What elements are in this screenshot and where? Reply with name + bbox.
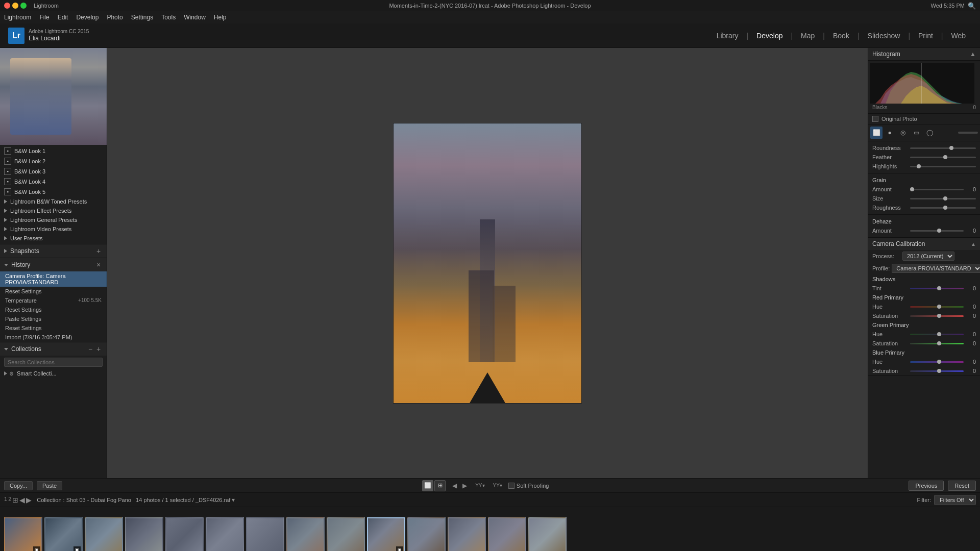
- grain-size-slider[interactable]: [910, 198, 976, 199]
- tab-book[interactable]: Book: [827, 30, 855, 42]
- redeye-tool[interactable]: ◎: [897, 127, 909, 139]
- menu-photo[interactable]: Photo: [107, 14, 122, 21]
- page-2[interactable]: 2: [8, 496, 11, 504]
- histogram-collapse-icon[interactable]: ▲: [970, 51, 976, 58]
- close-window-button[interactable]: [4, 3, 10, 9]
- film-thumb-12[interactable]: [448, 517, 486, 552]
- shadows-tint-thumb[interactable]: [937, 286, 941, 290]
- camera-calibration-header[interactable]: Camera Calibration ▲: [868, 238, 980, 250]
- grain-roughness-thumb[interactable]: [943, 206, 947, 210]
- menu-help[interactable]: Help: [214, 14, 227, 21]
- page-1[interactable]: 1: [4, 496, 7, 504]
- red-hue-slider[interactable]: [910, 306, 964, 308]
- film-thumb-4[interactable]: [125, 517, 163, 552]
- camera-calibration-toggle[interactable]: ▲: [971, 241, 976, 247]
- highlights-thumb[interactable]: [917, 164, 921, 168]
- film-thumb-7[interactable]: [246, 517, 284, 552]
- film-thumb-5[interactable]: [165, 517, 204, 552]
- shadows-tint-slider[interactable]: [910, 288, 964, 289]
- history-item-1[interactable]: Reset Settings: [0, 287, 107, 296]
- film-thumb-9[interactable]: [327, 517, 365, 552]
- menu-file[interactable]: File: [39, 14, 49, 21]
- preset-group-effect[interactable]: Lightroom Effect Presets: [0, 206, 107, 215]
- nav-left-icon[interactable]: ◀: [19, 496, 25, 504]
- blue-hue-slider[interactable]: [910, 361, 964, 363]
- history-item-2[interactable]: Temperature +100 5.5K: [0, 296, 107, 305]
- preset-bw3[interactable]: ▪ B&W Look 3: [0, 166, 107, 177]
- tools-opacity-slider[interactable]: [958, 132, 978, 134]
- collection-search-input[interactable]: [4, 358, 103, 367]
- grain-size-thumb[interactable]: [943, 196, 947, 201]
- menu-tools[interactable]: Tools: [161, 14, 176, 21]
- highlights-slider[interactable]: [910, 166, 976, 167]
- grain-amount-thumb[interactable]: [910, 187, 914, 191]
- dehaze-amount-slider[interactable]: [910, 230, 964, 232]
- film-thumb-3[interactable]: [85, 517, 123, 552]
- filter-select[interactable]: Filters Off: [934, 495, 976, 505]
- history-item-0[interactable]: Camera Profile: Camera PROVIA/STANDARD: [0, 271, 107, 287]
- nav-right-icon[interactable]: ▶: [26, 496, 32, 504]
- feather-slider[interactable]: [910, 157, 976, 158]
- snapshots-add-button[interactable]: +: [94, 247, 103, 255]
- tab-develop[interactable]: Develop: [750, 30, 789, 42]
- green-hue-thumb[interactable]: [937, 332, 941, 336]
- red-hue-thumb[interactable]: [937, 305, 941, 309]
- tab-map[interactable]: Map: [795, 30, 821, 42]
- film-thumb-14[interactable]: [528, 517, 567, 552]
- view-options-2[interactable]: YY▾: [493, 483, 502, 488]
- collection-smart[interactable]: ⚙ Smart Collecti...: [0, 369, 107, 378]
- green-sat-slider[interactable]: [910, 343, 964, 344]
- forward-arrow[interactable]: ▶: [460, 481, 469, 490]
- radial-filter-tool[interactable]: ◯: [923, 127, 936, 139]
- preset-group-bw-toned[interactable]: Lightroom B&W Toned Presets: [0, 197, 107, 206]
- collections-header[interactable]: Collections − +: [0, 342, 107, 356]
- blue-sat-slider[interactable]: [910, 370, 964, 372]
- grid-icon[interactable]: ⊞: [12, 496, 18, 504]
- preset-group-video[interactable]: Lightroom Video Presets: [0, 224, 107, 234]
- minimize-window-button[interactable]: [12, 3, 18, 9]
- history-close-button[interactable]: ×: [94, 261, 103, 269]
- grain-amount-slider[interactable]: [910, 189, 964, 190]
- loupe-view-button[interactable]: ⬜: [422, 480, 433, 491]
- blue-hue-thumb[interactable]: [937, 360, 941, 364]
- collections-minus-button[interactable]: −: [86, 345, 94, 353]
- feather-thumb[interactable]: [943, 155, 947, 159]
- preset-bw2[interactable]: ▪ B&W Look 2: [0, 156, 107, 166]
- preset-bw4[interactable]: ▪ B&W Look 4: [0, 177, 107, 187]
- view-options[interactable]: YY▾: [475, 483, 484, 488]
- grid-view-button[interactable]: ⊞: [434, 480, 446, 491]
- preset-bw5[interactable]: ▪ B&W Look 5: [0, 187, 107, 197]
- photo-info-dropdown[interactable]: ▾: [232, 496, 235, 504]
- tab-web[interactable]: Web: [945, 30, 972, 42]
- collections-add-button[interactable]: +: [94, 345, 103, 353]
- menu-settings[interactable]: Settings: [131, 14, 153, 21]
- previous-button[interactable]: Previous: [909, 481, 944, 491]
- softproof-checkbox[interactable]: [508, 483, 514, 489]
- history-item-3[interactable]: Reset Settings: [0, 305, 107, 314]
- menu-edit[interactable]: Edit: [58, 14, 68, 21]
- preset-group-general[interactable]: Lightroom General Presets: [0, 215, 107, 224]
- film-thumb-13[interactable]: [488, 517, 526, 552]
- film-thumb-10[interactable]: ▣: [367, 517, 405, 552]
- menu-develop[interactable]: Develop: [76, 14, 99, 21]
- spot-removal-tool[interactable]: ●: [884, 127, 896, 139]
- green-sat-thumb[interactable]: [937, 341, 941, 345]
- tab-print[interactable]: Print: [912, 30, 939, 42]
- process-select[interactable]: 2012 (Current): [902, 252, 954, 261]
- history-item-5[interactable]: Reset Settings: [0, 323, 107, 333]
- menu-lightroom[interactable]: Lightroom: [4, 14, 31, 21]
- roundness-thumb[interactable]: [949, 146, 953, 150]
- maximize-window-button[interactable]: [20, 3, 27, 9]
- back-arrow[interactable]: ◀: [450, 481, 459, 490]
- blue-sat-thumb[interactable]: [937, 369, 941, 373]
- red-sat-thumb[interactable]: [937, 314, 941, 318]
- history-item-6[interactable]: Import (7/9/16 3:05:47 PM): [0, 333, 107, 342]
- red-sat-slider[interactable]: [910, 315, 964, 317]
- roundness-slider[interactable]: [910, 147, 976, 149]
- film-thumb-8[interactable]: [286, 517, 325, 552]
- grain-roughness-slider[interactable]: [910, 207, 976, 209]
- preset-bw1[interactable]: ▪ B&W Look 1: [0, 146, 107, 156]
- green-hue-slider[interactable]: [910, 334, 964, 335]
- dehaze-amount-thumb[interactable]: [937, 229, 941, 233]
- menu-window[interactable]: Window: [184, 14, 206, 21]
